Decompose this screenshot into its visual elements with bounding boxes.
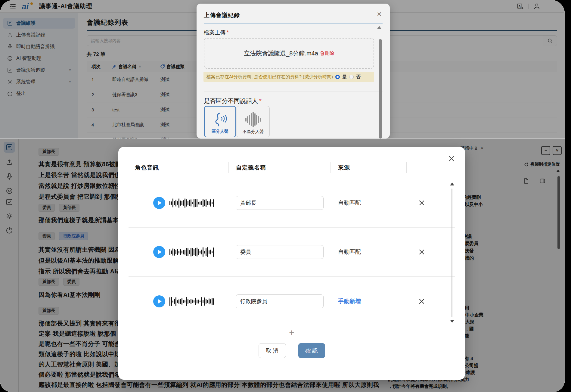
- app-window: ai 議事通-AI會議助理 A 會議維護 上傳會議記錄: [0, 0, 565, 392]
- speaker-question-label: 是否區分不同說話人*: [204, 97, 262, 105]
- uploaded-file-name: 立法院會議隨選_8分鐘.m4a: [244, 49, 318, 58]
- required-asterisk: *: [227, 30, 229, 36]
- confirm-button[interactable]: 確 認: [298, 343, 325, 358]
- radio-yes-label: 是: [342, 74, 347, 80]
- section-divider: [204, 92, 383, 92]
- speaker-roles-modal: 角色音訊 自定義名稱 來源 自動匹配 自動匹配 手動新增: [118, 147, 465, 380]
- scroll-up-icon[interactable]: [450, 182, 454, 185]
- close-icon[interactable]: [448, 155, 455, 163]
- app-screen: ai 議事通-AI會議助理 A 會議維護 上傳會議記錄: [0, 0, 571, 392]
- speaker-name-input[interactable]: [236, 245, 324, 259]
- radio-yes[interactable]: [335, 75, 340, 79]
- option-separate-speakers[interactable]: 區分人聲: [204, 106, 236, 137]
- file-upload-label: 檔案上傳*: [204, 29, 229, 36]
- modal-footer: 取 消 確 認: [118, 343, 465, 358]
- option-label: 不區分人聲: [243, 129, 264, 135]
- speaker-row: 自動匹配: [118, 185, 465, 221]
- column-header-custom-name: 自定義名稱: [236, 164, 266, 172]
- cancel-button[interactable]: 取 消: [259, 343, 286, 358]
- option-no-separate-speakers[interactable]: 不區分人聲: [237, 106, 270, 137]
- column-divider: [406, 162, 407, 173]
- row-divider: [129, 227, 455, 228]
- radio-no[interactable]: [349, 75, 354, 79]
- ai-data-notice: 檔案已存在AI分析資料, 是否使用已存在的資料? (減少分析時間) 是 否: [203, 72, 374, 82]
- remove-row-icon[interactable]: [418, 248, 425, 256]
- add-speaker-button[interactable]: +: [118, 327, 465, 338]
- play-button[interactable]: [153, 295, 165, 307]
- source-label: 自動匹配: [338, 199, 361, 207]
- speaker-name-input[interactable]: [236, 294, 324, 308]
- speaking-face-icon: [212, 111, 228, 127]
- remove-row-icon[interactable]: [418, 199, 425, 207]
- option-label: 區分人聲: [212, 129, 228, 134]
- scroll-down-icon[interactable]: [450, 320, 454, 323]
- scroll-up-icon[interactable]: [377, 26, 381, 29]
- required-asterisk: *: [259, 98, 262, 104]
- speaker-row: 手動新增: [118, 283, 465, 320]
- play-button[interactable]: [153, 246, 165, 258]
- remove-row-icon[interactable]: [418, 298, 425, 305]
- row-divider: [129, 276, 455, 277]
- scrollbar-thumb[interactable]: [452, 188, 452, 317]
- waveform-icon: [245, 112, 261, 127]
- audio-waveform: [169, 198, 214, 208]
- close-icon[interactable]: ✕: [376, 11, 383, 17]
- play-button[interactable]: [153, 197, 165, 209]
- upload-meeting-modal: 上傳會議紀錄 ✕ 檔案上傳* 立法院會議隨選_8分鐘.m4a 刪除 檔案已存在A…: [197, 4, 390, 138]
- speaker-name-input[interactable]: [236, 196, 324, 210]
- file-dropzone[interactable]: 立法院會議隨選_8分鐘.m4a 刪除: [204, 38, 374, 69]
- audio-waveform: [169, 296, 214, 306]
- delete-file-button[interactable]: 刪除: [320, 51, 334, 56]
- speaker-row: 自動匹配: [118, 234, 465, 270]
- scrollbar-thumb[interactable]: [379, 39, 382, 138]
- column-header-source: 來源: [338, 164, 350, 172]
- column-divider: [228, 162, 229, 173]
- upload-title-divider: [204, 23, 383, 23]
- radio-no-label: 否: [356, 74, 361, 80]
- trash-icon: [320, 51, 324, 56]
- column-header-role-audio: 角色音訊: [135, 164, 159, 172]
- header-divider: [118, 181, 465, 181]
- source-label: 自動匹配: [338, 248, 361, 256]
- upload-modal-title: 上傳會議紀錄: [204, 11, 240, 19]
- audio-waveform: [169, 247, 214, 257]
- source-manual-link[interactable]: 手動新增: [338, 297, 361, 305]
- column-divider: [330, 162, 330, 173]
